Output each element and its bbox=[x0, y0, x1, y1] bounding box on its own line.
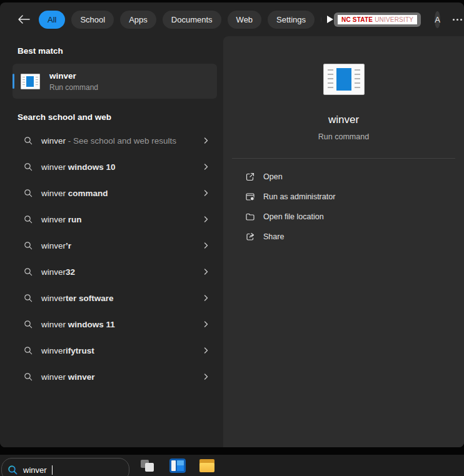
search-filter-bar: All School Apps Documents Web Settings P… bbox=[0, 2, 464, 36]
file-explorer-button[interactable] bbox=[199, 459, 215, 473]
chevron-right-icon[interactable] bbox=[200, 344, 212, 357]
preview-title: winver bbox=[328, 114, 359, 126]
winver-icon bbox=[21, 74, 40, 89]
task-view-button[interactable] bbox=[140, 459, 156, 473]
best-match-heading: Best match bbox=[18, 46, 223, 56]
search-icon-colored bbox=[8, 465, 18, 475]
app-window-icon bbox=[169, 459, 186, 473]
action-open[interactable]: Open bbox=[223, 167, 464, 187]
share-icon bbox=[245, 232, 255, 242]
suggestion-text: winver command bbox=[41, 189, 108, 198]
taskbar: winver bbox=[0, 455, 464, 476]
search-icon bbox=[24, 294, 33, 302]
nc-state-logo: NC STATE UNIVERSITY bbox=[338, 15, 417, 24]
suggestion-text: winverifytrust bbox=[41, 346, 94, 355]
chevron-right-icon[interactable] bbox=[200, 370, 212, 383]
search-suggestion[interactable]: winver command bbox=[0, 180, 223, 206]
chevron-right-icon[interactable] bbox=[200, 187, 212, 199]
desktop-screen: All School Apps Documents Web Settings P… bbox=[0, 0, 464, 476]
suggestion-text: winver’r bbox=[41, 241, 71, 250]
preview-panel: winver Run command Open Run as administr… bbox=[223, 36, 464, 447]
ellipsis-icon bbox=[453, 19, 455, 21]
search-suggestion[interactable]: winver - See school and web results bbox=[0, 127, 223, 154]
action-label: Open bbox=[263, 172, 283, 181]
chevron-right-icon[interactable] bbox=[200, 318, 212, 330]
search-icon bbox=[24, 372, 33, 381]
taskbar-icons bbox=[140, 459, 215, 473]
preview-subtitle: Run command bbox=[318, 132, 369, 141]
text-cursor bbox=[52, 465, 53, 475]
suggestion-text: winver - See school and web results bbox=[41, 136, 176, 146]
filter-apps[interactable]: Apps bbox=[120, 11, 156, 29]
search-suggestion[interactable]: winverter software bbox=[0, 285, 223, 311]
suggestion-text: winver run bbox=[41, 215, 82, 224]
filter-school[interactable]: School bbox=[71, 11, 114, 29]
filter-all[interactable]: All bbox=[39, 11, 65, 29]
org-name-secondary: UNIVERSITY bbox=[375, 16, 413, 23]
suggestion-text: winver windows 11 bbox=[41, 320, 115, 329]
search-suggestion[interactable]: winver’r bbox=[0, 232, 223, 259]
search-icon bbox=[24, 189, 33, 197]
best-match-result[interactable]: winver Run command bbox=[13, 64, 217, 99]
action-label: Open file location bbox=[263, 212, 324, 221]
best-match-title: winver bbox=[49, 71, 98, 81]
taskbar-search-value: winver bbox=[23, 465, 47, 475]
action-list: Open Run as administrator Open file loca… bbox=[223, 167, 464, 247]
back-arrow-icon bbox=[18, 14, 30, 24]
results-panel: Best match winver Run command Search sch… bbox=[0, 36, 223, 447]
suggestion-text: winverter software bbox=[41, 294, 114, 303]
options-menu-button[interactable] bbox=[451, 15, 463, 24]
chevron-right-icon[interactable] bbox=[200, 134, 212, 147]
search-icon bbox=[24, 267, 33, 276]
org-name-primary: NC STATE bbox=[341, 16, 373, 23]
chevron-right-icon[interactable] bbox=[200, 265, 212, 278]
chevron-right-icon[interactable] bbox=[200, 213, 212, 226]
admin-window-icon bbox=[245, 192, 255, 202]
search-suggestion[interactable]: winver winver bbox=[0, 364, 223, 390]
search-icon bbox=[24, 346, 33, 355]
account-avatar[interactable]: A bbox=[435, 11, 440, 28]
filter-documents[interactable]: Documents bbox=[163, 11, 221, 29]
suggestion-text: winver winver bbox=[41, 372, 95, 382]
folder-icon bbox=[245, 212, 255, 222]
best-match-subtitle: Run command bbox=[49, 82, 98, 92]
search-flyout: All School Apps Documents Web Settings P… bbox=[0, 2, 464, 447]
play-icon bbox=[326, 15, 334, 24]
winver-icon-large bbox=[323, 64, 365, 95]
search-suggestion[interactable]: winver32 bbox=[0, 259, 223, 285]
search-suggestion[interactable]: winver windows 10 bbox=[0, 154, 223, 180]
action-label: Run as administrator bbox=[263, 192, 335, 201]
chevron-right-icon[interactable] bbox=[200, 292, 212, 304]
organization-badge: NC STATE UNIVERSITY bbox=[334, 12, 421, 27]
back-button[interactable] bbox=[18, 12, 30, 27]
winver-app-button[interactable] bbox=[169, 459, 186, 473]
action-open-file-location[interactable]: Open file location bbox=[223, 207, 464, 227]
search-icon bbox=[24, 136, 33, 145]
search-icon bbox=[24, 162, 33, 171]
chevron-right-icon[interactable] bbox=[200, 239, 212, 252]
more-filters-button[interactable] bbox=[326, 15, 334, 24]
filter-web[interactable]: Web bbox=[228, 11, 262, 29]
filter-people-truncated[interactable]: Pe bbox=[321, 11, 321, 29]
search-suggestion[interactable]: winver windows 11 bbox=[0, 311, 223, 337]
search-icon bbox=[24, 215, 33, 224]
open-icon bbox=[245, 172, 255, 182]
filter-settings[interactable]: Settings bbox=[268, 11, 315, 29]
filter-pills: All School Apps Documents Web Settings P… bbox=[39, 11, 321, 29]
search-suggestion[interactable]: winver run bbox=[0, 206, 223, 232]
suggestion-text: winver32 bbox=[41, 267, 75, 277]
action-label: Share bbox=[263, 232, 284, 241]
search-icon bbox=[24, 241, 33, 250]
action-share[interactable]: Share bbox=[223, 227, 464, 247]
web-section-heading: Search school and web bbox=[18, 112, 223, 122]
divider bbox=[232, 158, 455, 159]
search-suggestion[interactable]: winverifytrust bbox=[0, 337, 223, 364]
taskbar-search-box[interactable]: winver bbox=[1, 458, 129, 476]
chevron-right-icon[interactable] bbox=[200, 161, 212, 173]
best-match-text: winver Run command bbox=[49, 71, 98, 92]
action-run-as-administrator[interactable]: Run as administrator bbox=[223, 187, 464, 207]
selection-accent-bar bbox=[13, 74, 14, 89]
search-icon bbox=[24, 320, 33, 329]
suggestion-text: winver windows 10 bbox=[41, 162, 116, 172]
suggestion-list: winver - See school and web results winv… bbox=[0, 127, 223, 390]
